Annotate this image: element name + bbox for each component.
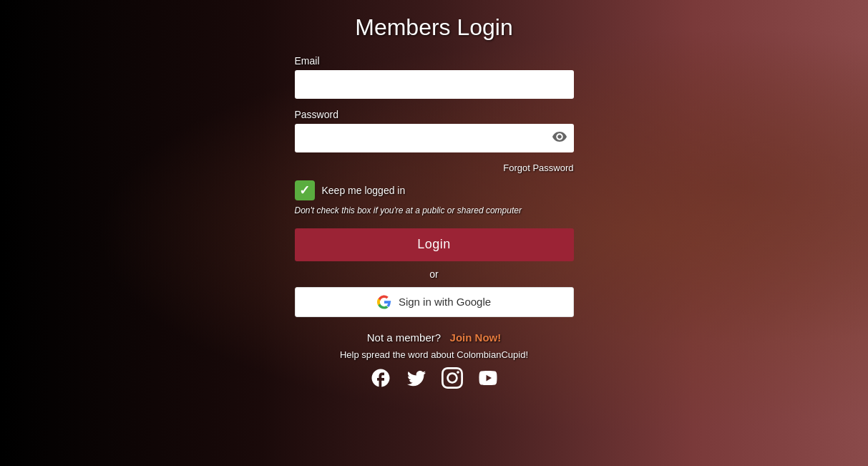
forgot-password-row: Forgot Password bbox=[295, 162, 574, 173]
checkmark-icon: ✓ bbox=[299, 184, 310, 197]
email-input[interactable] bbox=[295, 70, 574, 99]
youtube-icon bbox=[477, 367, 499, 389]
not-member-text: Not a member? bbox=[367, 331, 441, 344]
google-signin-button[interactable]: Sign in with Google bbox=[295, 287, 574, 317]
social-icons-row bbox=[295, 367, 574, 392]
not-member-row: Not a member? Join Now! bbox=[295, 331, 574, 344]
forgot-password-link[interactable]: Forgot Password bbox=[503, 162, 573, 173]
password-label: Password bbox=[295, 109, 574, 120]
google-logo-icon bbox=[377, 295, 391, 309]
toggle-password-icon[interactable] bbox=[552, 132, 567, 145]
youtube-link[interactable] bbox=[477, 367, 499, 392]
login-form: Email Password Forgot Password bbox=[295, 55, 574, 392]
instagram-link[interactable] bbox=[442, 367, 463, 392]
or-divider: or bbox=[295, 268, 574, 280]
password-wrapper bbox=[295, 124, 574, 152]
page-title: Members Login bbox=[355, 14, 513, 41]
twitter-icon bbox=[406, 367, 427, 389]
twitter-link[interactable] bbox=[406, 367, 427, 392]
instagram-icon bbox=[442, 367, 463, 389]
facebook-link[interactable] bbox=[370, 367, 391, 392]
spread-word-text: Help spread the word about ColombianCupi… bbox=[295, 349, 574, 360]
google-signin-label: Sign in with Google bbox=[399, 296, 491, 308]
password-input[interactable] bbox=[295, 124, 574, 152]
facebook-icon bbox=[370, 367, 391, 389]
keep-logged-checkbox[interactable]: ✓ bbox=[295, 180, 315, 200]
email-field-group: Email bbox=[295, 55, 574, 99]
join-now-link[interactable]: Join Now! bbox=[450, 331, 502, 344]
main-container: Members Login Email Password Forgot Pass… bbox=[0, 0, 868, 466]
keep-logged-row: ✓ Keep me logged in bbox=[295, 180, 574, 200]
keep-logged-warning: Don't check this box if you're at a publ… bbox=[295, 205, 574, 217]
email-label: Email bbox=[295, 55, 574, 67]
keep-logged-label[interactable]: Keep me logged in bbox=[322, 185, 406, 196]
login-button[interactable]: Login bbox=[295, 228, 574, 261]
password-field-group: Password bbox=[295, 109, 574, 152]
